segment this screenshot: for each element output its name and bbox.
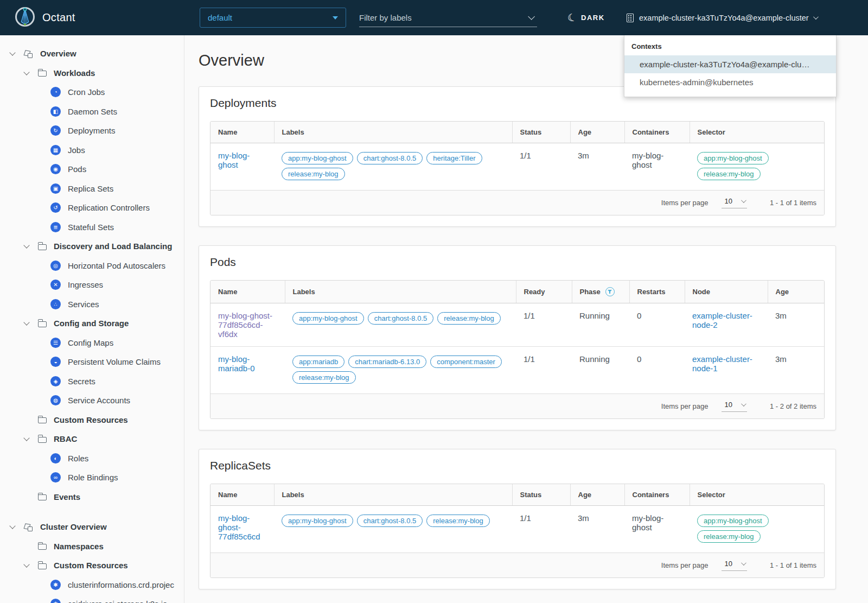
configmap-icon: ☰ [50,338,61,348]
overview-icon [24,523,33,531]
age-cell: 3m [570,143,624,191]
chevron-down-icon[interactable] [23,435,29,441]
sidebar-item-custom-resources[interactable]: Custom Resources [0,556,184,575]
col-header-restarts: Restarts [629,281,685,303]
crd-icon: ✱ [50,580,61,590]
sidebar-item-cron-jobs[interactable]: ◔Cron Jobs [0,82,184,102]
sidebar-item-roles[interactable]: ◐Roles [0,449,184,468]
sidebar-item-role-bindings[interactable]: ∞Role Bindings [0,468,184,487]
age-cell: 3m [768,303,824,347]
items-per-page-select[interactable]: 10 [722,560,747,571]
items-per-page-value: 10 [725,197,732,205]
chevron-down-icon[interactable] [9,50,15,56]
chevron-down-icon[interactable] [528,13,535,20]
sidebar-item-overview[interactable]: Overview [0,44,184,64]
age-cell: 3m [570,506,624,553]
label-tag: app:my-blog-ghost [282,515,353,527]
sidebar-item-label: Service Accounts [68,396,130,405]
sidebar-item-namespaces[interactable]: Namespaces [0,537,184,556]
table-footer: Items per page 10 1 - 1 of 1 items [210,190,824,215]
sidebar-item-label: Ingresses [68,280,103,289]
folder-icon [38,244,47,250]
dark-theme-toggle[interactable]: ☾ DARK [567,0,605,35]
label-tag: app:mariadb [292,356,344,368]
sidebar-item-config-and-storage[interactable]: Config and Storage [0,314,184,333]
sidebar-item-csidrivers-csi-storage-k8s-io[interactable]: ✱csidrivers.csi.storage.k8s.io [0,594,184,603]
sidebar-item-label: Stateful Sets [68,223,114,232]
replicaset-link[interactable]: my-blog-ghost-77df85c6cd [218,513,260,541]
sidebar-item-custom-resources[interactable]: Custom Resources [0,410,184,430]
table-row: my-blog-ghost-77df85c6cd app:my-blog-gho… [210,506,824,553]
chevron-down-icon[interactable] [23,562,29,568]
role-icon: ◐ [50,453,61,464]
sidebar-item-persistent-volume-claims[interactable]: ◒Persistent Volume Claims [0,352,184,372]
chevron-down-icon[interactable] [9,523,15,529]
folder-icon [38,417,47,423]
pod-link[interactable]: my-blog-mariadb-0 [218,354,255,373]
chevron-down-icon[interactable] [23,243,29,249]
table-footer: Items per page 10 1 - 2 of 2 items [210,393,824,418]
context-label: example-cluster-ka3TuTzYo4a@example-clus… [639,14,809,22]
chevron-down-icon[interactable] [23,69,29,75]
crd-icon: ✱ [50,599,61,603]
items-per-page-select[interactable]: 10 [722,401,747,412]
sidebar-item-ingresses[interactable]: ✕Ingresses [0,275,184,295]
label-tag: release:my-blog [426,515,490,527]
sidebar-item-stateful-sets[interactable]: ≣Stateful Sets [0,218,184,237]
phase-cell: Running [572,347,629,394]
sidebar-item-services[interactable]: ∴Services [0,295,184,314]
table-row: my-blog-mariadb-0 app:mariadbchart:maria… [210,347,824,394]
sidebar-item-replica-sets[interactable]: ▣Replica Sets [0,179,184,199]
sidebar-item-events[interactable]: Events [0,487,184,507]
contexts-dropdown: Contexts example-cluster-ka3TuTzYo4a@exa… [624,35,837,97]
node-link[interactable]: example-cluster-node-2 [692,311,752,329]
sidebar-item-pods[interactable]: ◉Pods [0,160,184,179]
labels-cell: app:my-blog-ghostchart:ghost-8.0.5herita… [274,143,512,191]
context-menu-item[interactable]: kubernetes-admin@kubernetes [624,73,836,91]
caret-down-icon [333,16,338,20]
deployments-card: Deployments Name Labels Status Age Conta… [199,86,836,227]
chevron-down-icon[interactable] [23,320,29,326]
items-per-page-select[interactable]: 10 [722,197,747,208]
statefulset-icon: ≣ [50,222,61,232]
node-link[interactable]: example-cluster-node-1 [692,354,752,373]
octant-logo-icon [14,6,36,30]
context-selector[interactable]: example-cluster-ka3TuTzYo4a@example-clus… [627,0,817,35]
sidebar-item-secrets[interactable]: ◈Secrets [0,372,184,391]
namespace-select[interactable]: default [200,8,346,28]
containers-cell: my-blog-ghost [624,506,690,553]
col-header-age: Age [768,281,824,303]
label-tag: app:my-blog-ghost [282,152,353,164]
label-filter-input[interactable] [359,13,528,22]
sidebar-item-daemon-sets[interactable]: ◧Daemon Sets [0,102,184,122]
sidebar-item-jobs[interactable]: ▦Jobs [0,141,184,160]
age-cell: 3m [768,347,824,394]
pagination-range: 1 - 2 of 2 items [770,402,816,410]
sidebar-item-label: Jobs [68,145,85,155]
col-header-containers: Containers [624,484,690,506]
sidebar-item-workloads[interactable]: Workloads [0,64,184,83]
sidebar-item-rbac[interactable]: RBAC [0,429,184,449]
label-tag: release:my-blog [437,312,501,325]
sidebar-item-config-maps[interactable]: ☰Config Maps [0,333,184,353]
labels-cell: app:mariadbchart:mariadb-6.13.0component… [285,347,516,394]
sidebar-item-replication-controllers[interactable]: ↺Replication Controllers [0,198,184,218]
sidebar-item-label: Replication Controllers [68,203,150,212]
app-title: Octant [42,11,75,24]
col-header-name: Name [210,122,274,143]
sidebar-item-horizontal-pod-autoscalers[interactable]: ◎Horizontal Pod Autoscalers [0,256,184,276]
sidebar-item-service-accounts[interactable]: ◍Service Accounts [0,391,184,410]
col-header-containers: Containers [624,122,690,143]
sidebar-item-label: Discovery and Load Balancing [54,242,172,251]
sidebar-item-clusterinformations-crd-projec[interactable]: ✱clusterinformations.crd.projec [0,575,184,595]
deployment-link[interactable]: my-blog-ghost [218,151,250,169]
sidebar-item-discovery-and-load-balancing[interactable]: Discovery and Load Balancing [0,237,184,256]
col-header-phase-label: Phase [580,288,601,296]
context-menu-item[interactable]: example-cluster-ka3TuTzYo4a@example-clu… [624,55,836,73]
sidebar-item-label: Cron Jobs [68,87,105,97]
pod-link[interactable]: my-blog-ghost-77df85c6cd-vf6dx [218,311,272,339]
sidebar-item-cluster-overview[interactable]: Cluster Overview [0,517,184,537]
filter-funnel-icon[interactable] [605,287,615,296]
hpa-icon: ◎ [50,261,61,271]
sidebar-item-deployments[interactable]: ↻Deployments [0,121,184,141]
